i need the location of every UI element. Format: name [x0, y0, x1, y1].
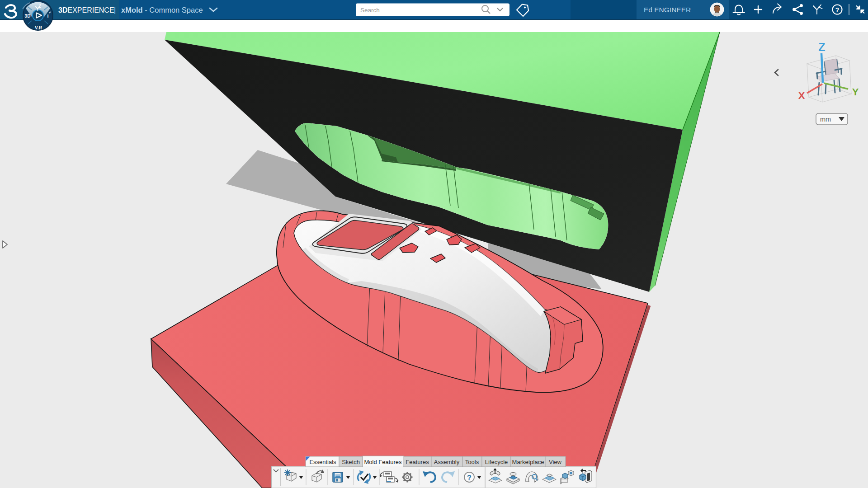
svg-text:Z: Z — [818, 41, 825, 53]
svg-text:Ed ENGINEER: Ed ENGINEER — [644, 6, 691, 14]
svg-text:Tools: Tools — [465, 459, 479, 465]
svg-text:|: | — [114, 6, 116, 14]
svg-text:Y: Y — [852, 86, 859, 98]
svg-text:Marketplace: Marketplace — [512, 459, 544, 465]
svg-text:Search: Search — [360, 7, 380, 14]
svg-text:3D: 3D — [25, 14, 31, 19]
svg-text:xMold - Common Space: xMold - Common Space — [121, 6, 203, 14]
svg-text:3DEXPERIENCE: 3DEXPERIENCE — [58, 6, 114, 14]
svg-text:Essentials: Essentials — [309, 459, 336, 465]
svg-text:View: View — [549, 459, 562, 465]
svg-text:i: i — [47, 13, 48, 19]
svg-text:Lifecycle: Lifecycle — [485, 459, 508, 465]
svg-text:?: ? — [467, 474, 472, 482]
svg-text:Sketch: Sketch — [342, 459, 360, 465]
svg-text:?: ? — [835, 6, 840, 14]
svg-text:Features: Features — [406, 459, 429, 465]
svg-text:Assembly: Assembly — [434, 459, 460, 465]
svg-text:Mold Features: Mold Features — [364, 459, 402, 465]
svg-text:mm: mm — [820, 116, 831, 123]
svg-text:V.R: V.R — [35, 25, 42, 30]
svg-text:X: X — [798, 90, 805, 101]
